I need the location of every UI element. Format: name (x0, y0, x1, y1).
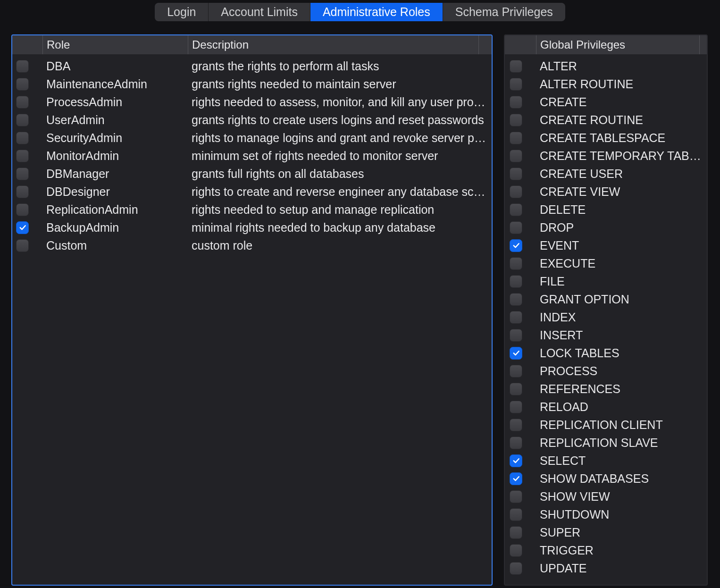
roles-header-description[interactable]: Description (188, 35, 478, 54)
privileges-row[interactable]: INDEX (505, 308, 707, 326)
checkbox[interactable] (510, 60, 522, 73)
checkbox[interactable] (510, 203, 522, 216)
roles-row[interactable]: BackupAdminminimal rights needed to back… (12, 218, 492, 236)
checkbox[interactable] (510, 419, 522, 431)
roles-row[interactable]: ReplicationAdminrights needed to setup a… (12, 201, 492, 218)
privileges-header-name[interactable]: Global Privileges (536, 35, 699, 54)
roles-row[interactable]: UserAdmingrants rights to create users l… (12, 111, 492, 129)
privileges-row[interactable]: FILE (505, 272, 707, 290)
privileges-row[interactable]: SHOW DATABASES (505, 470, 707, 487)
checkbox[interactable] (510, 96, 522, 109)
privileges-row-name: TRIGGER (536, 544, 707, 557)
checkbox[interactable] (16, 78, 29, 91)
checkbox[interactable] (16, 60, 29, 73)
roles-row-description: minimal rights needed to backup any data… (188, 221, 492, 235)
privileges-row[interactable]: CREATE VIEW (505, 183, 707, 201)
privileges-row[interactable]: EXECUTE (505, 254, 707, 272)
checkbox[interactable] (510, 347, 522, 360)
roles-header-role[interactable]: Role (42, 35, 188, 54)
privileges-row[interactable]: DROP (505, 218, 707, 236)
privileges-row[interactable]: REPLICATION SLAVE (505, 434, 707, 452)
checkbox[interactable] (510, 185, 522, 198)
roles-row[interactable]: Customcustom role (12, 236, 492, 254)
privileges-row[interactable]: UPDATE (505, 559, 707, 577)
checkbox[interactable] (510, 221, 522, 234)
checkbox[interactable] (510, 150, 522, 162)
privileges-row[interactable]: INSERT (505, 326, 707, 344)
privileges-row[interactable]: SUPER (505, 523, 707, 541)
roles-row[interactable]: MonitorAdminminimum set of rights needed… (12, 147, 492, 165)
privileges-row[interactable]: CREATE (505, 93, 707, 111)
checkbox[interactable] (510, 239, 522, 252)
checkbox[interactable] (510, 365, 522, 378)
roles-row[interactable]: DBDesignerrights to create and reverse e… (12, 183, 492, 201)
checkbox[interactable] (510, 526, 522, 539)
checkbox[interactable] (510, 472, 522, 485)
privileges-row[interactable]: GRANT OPTION (505, 290, 707, 308)
checkbox[interactable] (510, 508, 522, 521)
privileges-row[interactable]: SHUTDOWN (505, 505, 707, 523)
tab-administrative-roles[interactable]: Administrative Roles (310, 3, 443, 21)
privileges-row[interactable]: SHOW VIEW (505, 487, 707, 505)
privileges-row[interactable]: RELOAD (505, 398, 707, 416)
privileges-row[interactable]: TRIGGER (505, 541, 707, 559)
checkbox[interactable] (510, 454, 522, 467)
roles-row[interactable]: DBManagergrants full rights on all datab… (12, 165, 492, 183)
checkbox[interactable] (16, 168, 29, 180)
privileges-row[interactable]: CREATE ROUTINE (505, 111, 707, 129)
checkbox[interactable] (510, 383, 522, 395)
roles-row[interactable]: MaintenanceAdmingrants rights needed to … (12, 75, 492, 93)
checkbox[interactable] (510, 293, 522, 306)
checkbox[interactable] (510, 544, 522, 557)
checkbox[interactable] (510, 437, 522, 449)
checkbox[interactable] (510, 490, 522, 503)
checkbox[interactable] (16, 114, 29, 126)
checkbox[interactable] (510, 78, 522, 91)
roles-row[interactable]: DBAgrants the rights to perform all task… (12, 57, 492, 75)
privileges-row[interactable]: ALTER ROUTINE (505, 75, 707, 93)
checkbox[interactable] (16, 132, 29, 144)
privileges-row-checkbox-cell (505, 114, 536, 126)
privileges-row-name: SELECT (536, 454, 707, 468)
privileges-row[interactable]: DELETE (505, 201, 707, 218)
roles-row-checkbox-cell (12, 185, 42, 198)
checkbox[interactable] (510, 562, 522, 575)
privileges-row[interactable]: CREATE USER (505, 165, 707, 183)
checkbox[interactable] (510, 168, 522, 180)
privileges-row[interactable]: LOCK TABLES (505, 344, 707, 362)
tab-account-limits[interactable]: Account Limits (209, 3, 310, 21)
privileges-row[interactable]: CREATE TEMPORARY TABLES (505, 147, 707, 165)
checkbox[interactable] (16, 239, 29, 252)
checkbox[interactable] (16, 203, 29, 216)
roles-row[interactable]: ProcessAdminrights needed to assess, mon… (12, 93, 492, 111)
privileges-row-checkbox-cell (505, 150, 536, 162)
roles-row[interactable]: SecurityAdminrights to manage logins and… (12, 129, 492, 147)
tab-schema-privileges[interactable]: Schema Privileges (443, 3, 565, 21)
checkbox[interactable] (510, 275, 522, 288)
privileges-row-name: INSERT (536, 328, 707, 342)
checkbox[interactable] (16, 150, 29, 162)
checkbox[interactable] (510, 329, 522, 342)
privileges-row-checkbox-cell (505, 203, 536, 216)
checkbox[interactable] (16, 96, 29, 109)
privileges-row[interactable]: CREATE TABLESPACE (505, 129, 707, 147)
tab-login[interactable]: Login (155, 3, 209, 21)
roles-row-role: Custom (42, 239, 188, 252)
privileges-row[interactable]: PROCESS (505, 362, 707, 380)
privileges-row-name: CREATE USER (536, 167, 707, 181)
checkbox[interactable] (16, 221, 29, 234)
privileges-row-checkbox-cell (505, 78, 536, 91)
privileges-row-checkbox-cell (505, 257, 536, 270)
checkbox[interactable] (510, 132, 522, 144)
privileges-row[interactable]: REFERENCES (505, 380, 707, 398)
privileges-row[interactable]: REPLICATION CLIENT (505, 416, 707, 434)
checkbox[interactable] (510, 311, 522, 324)
checkbox[interactable] (510, 114, 522, 126)
privileges-row[interactable]: EVENT (505, 236, 707, 254)
roles-row-description: grants rights to create users logins and… (188, 113, 492, 127)
checkbox[interactable] (16, 185, 29, 198)
privileges-row[interactable]: SELECT (505, 452, 707, 470)
checkbox[interactable] (510, 257, 522, 270)
checkbox[interactable] (510, 401, 522, 413)
privileges-row[interactable]: ALTER (505, 57, 707, 75)
